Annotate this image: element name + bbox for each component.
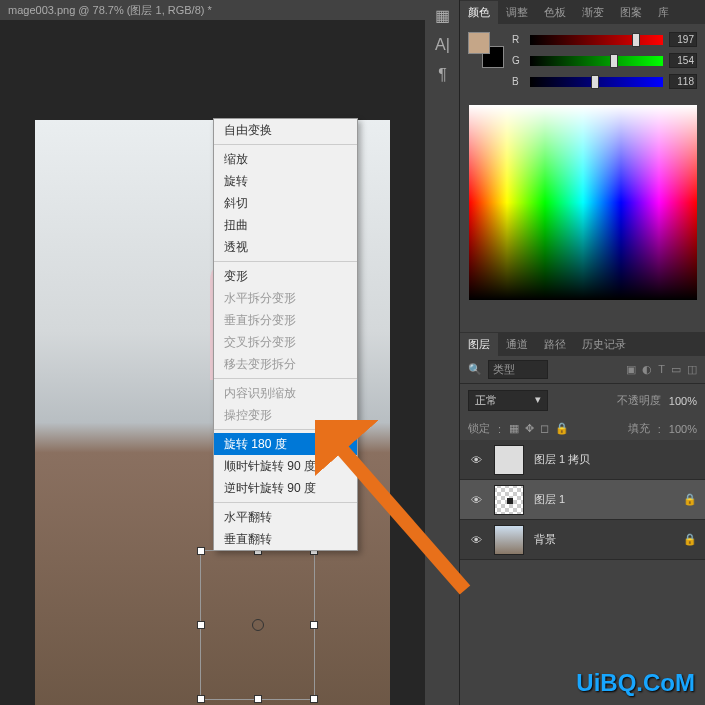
layer-thumbnail[interactable]: [494, 445, 524, 475]
menu-separator: [214, 261, 357, 262]
menu-item[interactable]: 斜切: [214, 192, 357, 214]
r-value[interactable]: 197: [669, 32, 697, 47]
menu-item[interactable]: 旋转: [214, 170, 357, 192]
lock-position-icon[interactable]: ✥: [525, 422, 534, 435]
document-tab-title[interactable]: mage003.png @ 78.7% (图层 1, RGB/8) *: [8, 3, 212, 18]
b-label: B: [512, 76, 524, 87]
transform-handle-bottom-middle[interactable]: [254, 695, 262, 703]
panel-tab[interactable]: 渐变: [574, 1, 612, 24]
watermark: UiBQ.CoM: [576, 669, 695, 697]
opacity-label: 不透明度: [617, 393, 661, 408]
panel-tab[interactable]: 调整: [498, 1, 536, 24]
menu-item[interactable]: 旋转 180 度: [214, 433, 357, 455]
transform-context-menu: 自由变换缩放旋转斜切扭曲透视变形水平拆分变形垂直拆分变形交叉拆分变形移去变形拆分…: [213, 118, 358, 551]
menu-item[interactable]: 扭曲: [214, 214, 357, 236]
menu-item[interactable]: 逆时针旋转 90 度: [214, 477, 357, 499]
layers-panel: 图层通道路径历史记录 🔍 类型 ▣ ◐ T ▭ ◫ 正常▾ 不透明度 100% …: [460, 332, 705, 560]
panel-tab[interactable]: 路径: [536, 333, 574, 356]
blend-mode-select[interactable]: 正常▾: [468, 390, 548, 411]
paragraph-icon[interactable]: ¶: [425, 60, 460, 90]
menu-item[interactable]: 水平翻转: [214, 506, 357, 528]
filter-adjustment-icon[interactable]: ◐: [642, 363, 652, 376]
mini-toolbar: ▦ A| ¶: [425, 0, 460, 705]
transform-handle-middle-right[interactable]: [310, 621, 318, 629]
panel-tab[interactable]: 库: [650, 1, 677, 24]
transform-bounding-box[interactable]: [200, 550, 315, 700]
menu-item: 内容识别缩放: [214, 382, 357, 404]
color-spectrum-picker[interactable]: [469, 105, 697, 300]
layer-thumbnail[interactable]: [494, 485, 524, 515]
panel-tab[interactable]: 色板: [536, 1, 574, 24]
menu-item[interactable]: 垂直翻转: [214, 528, 357, 550]
lock-all-icon[interactable]: 🔒: [555, 422, 569, 435]
lock-artboard-icon[interactable]: ◻: [540, 422, 549, 435]
transform-handle-top-left[interactable]: [197, 547, 205, 555]
menu-separator: [214, 502, 357, 503]
b-slider[interactable]: [530, 77, 663, 87]
layer-filter-row: 🔍 类型 ▣ ◐ T ▭ ◫: [460, 356, 705, 384]
panel-tab[interactable]: 颜色: [460, 1, 498, 24]
layer-visibility-icon[interactable]: 👁: [468, 454, 484, 466]
layer-visibility-icon[interactable]: 👁: [468, 534, 484, 546]
transform-handle-middle-left[interactable]: [197, 621, 205, 629]
panel-tab[interactable]: 历史记录: [574, 333, 634, 356]
search-icon[interactable]: 🔍: [468, 363, 482, 376]
layer-name[interactable]: 背景: [534, 532, 556, 547]
filter-shape-icon[interactable]: ▭: [671, 363, 681, 376]
color-panel-tabs: 颜色调整色板渐变图案库: [460, 0, 705, 24]
foreground-color-swatch[interactable]: [468, 32, 490, 54]
menu-item[interactable]: 透视: [214, 236, 357, 258]
opacity-value[interactable]: 100%: [669, 395, 697, 407]
layers-panel-tabs: 图层通道路径历史记录: [460, 332, 705, 356]
g-label: G: [512, 55, 524, 66]
filter-type-dropdown[interactable]: 类型: [488, 360, 548, 379]
fill-label: 填充: [628, 421, 650, 436]
layer-thumbnail[interactable]: [494, 525, 524, 555]
panel-tab[interactable]: 图案: [612, 1, 650, 24]
layer-row[interactable]: 👁图层 1🔒: [460, 480, 705, 520]
transform-handle-bottom-left[interactable]: [197, 695, 205, 703]
lock-row: 锁定: ▦ ✥ ◻ 🔒 填充: 100%: [460, 417, 705, 440]
layer-name[interactable]: 图层 1: [534, 492, 565, 507]
filter-smart-icon[interactable]: ◫: [687, 363, 697, 376]
g-slider[interactable]: [530, 56, 663, 66]
menu-item[interactable]: 顺时针旋转 90 度: [214, 455, 357, 477]
menu-separator: [214, 144, 357, 145]
menu-item: 垂直拆分变形: [214, 309, 357, 331]
menu-item[interactable]: 缩放: [214, 148, 357, 170]
color-swatches[interactable]: [468, 32, 504, 68]
fill-value[interactable]: 100%: [669, 423, 697, 435]
menu-separator: [214, 429, 357, 430]
layer-list: 👁图层 1 拷贝👁图层 1🔒👁背景🔒: [460, 440, 705, 560]
filter-text-icon[interactable]: T: [658, 363, 665, 376]
lock-icon[interactable]: 🔒: [683, 533, 697, 546]
menu-separator: [214, 378, 357, 379]
color-panel: R 197 G 154 B: [460, 24, 705, 312]
panel-icon-1[interactable]: ▦: [425, 0, 460, 30]
menu-item[interactable]: 自由变换: [214, 119, 357, 141]
panel-tab[interactable]: 图层: [460, 333, 498, 356]
text-align-icon[interactable]: A|: [425, 30, 460, 60]
blend-mode-row: 正常▾ 不透明度 100%: [460, 384, 705, 417]
layer-name[interactable]: 图层 1 拷贝: [534, 452, 590, 467]
transform-handle-bottom-right[interactable]: [310, 695, 318, 703]
lock-icon[interactable]: 🔒: [683, 493, 697, 506]
menu-item: 交叉拆分变形: [214, 331, 357, 353]
b-value[interactable]: 118: [669, 74, 697, 89]
filter-pixel-icon[interactable]: ▣: [626, 363, 636, 376]
layer-visibility-icon[interactable]: 👁: [468, 494, 484, 506]
chevron-down-icon: ▾: [535, 393, 541, 408]
transform-center-point[interactable]: [252, 619, 264, 631]
g-value[interactable]: 154: [669, 53, 697, 68]
right-panels: 颜色调整色板渐变图案库 R 197 G: [460, 0, 705, 705]
lock-pixels-icon[interactable]: ▦: [509, 422, 519, 435]
layer-row[interactable]: 👁图层 1 拷贝: [460, 440, 705, 480]
menu-item: 水平拆分变形: [214, 287, 357, 309]
menu-item[interactable]: 变形: [214, 265, 357, 287]
r-label: R: [512, 34, 524, 45]
menu-item: 操控变形: [214, 404, 357, 426]
panel-tab[interactable]: 通道: [498, 333, 536, 356]
layer-row[interactable]: 👁背景🔒: [460, 520, 705, 560]
r-slider[interactable]: [530, 35, 663, 45]
menu-item: 移去变形拆分: [214, 353, 357, 375]
